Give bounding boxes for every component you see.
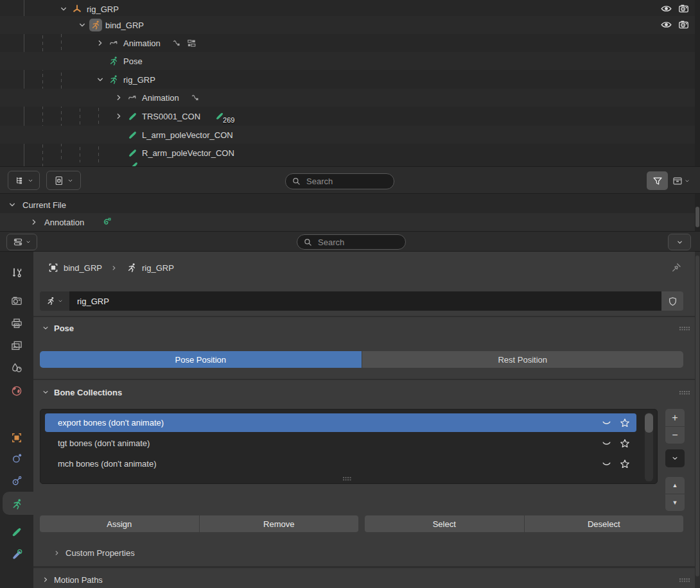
armature-data-icon: [107, 73, 120, 86]
outliner-row-trs0001-con[interactable]: TRS0001_CON 269: [0, 107, 700, 125]
disable-render-camera-icon[interactable]: [678, 19, 690, 31]
pin-icon[interactable]: [670, 262, 682, 273]
remove-collection-button[interactable]: −: [665, 427, 685, 444]
visibility-closed-eye-icon[interactable]: [601, 458, 612, 469]
list-scrollbar[interactable]: [645, 413, 653, 481]
rest-position-button[interactable]: Rest Position: [362, 351, 684, 368]
outliner-row-pose[interactable]: Pose: [0, 52, 700, 70]
outliner-row-annotation[interactable]: Annotation: [0, 213, 695, 231]
expand-chevron-icon[interactable]: [57, 3, 71, 15]
tab-scene[interactable]: [0, 361, 33, 375]
outliner-row-r-arm-polevector[interactable]: R_arm_poleVector_CON: [0, 144, 700, 162]
outliner-search-input[interactable]: Search: [285, 173, 394, 189]
bone-collections-panel-header[interactable]: Bone Collections: [33, 383, 695, 402]
tab-bone-constraints[interactable]: [0, 547, 33, 561]
assign-button[interactable]: Assign: [40, 515, 199, 532]
outliner-row-rig-grp-data[interactable]: rig_GRP: [0, 71, 700, 89]
hide-viewport-eye-icon[interactable]: [660, 3, 672, 15]
pose-icon: [107, 55, 120, 67]
solo-star-icon[interactable]: [619, 438, 631, 449]
move-collection-down-button[interactable]: ▼: [665, 494, 685, 511]
panel-grip-icon[interactable]: [679, 327, 681, 328]
fake-user-shield-button[interactable]: [661, 291, 683, 311]
outliner-item-label: Pose: [123, 56, 143, 66]
solo-star-icon[interactable]: [619, 458, 631, 470]
remove-button[interactable]: Remove: [200, 515, 359, 532]
panel-grip-icon[interactable]: [679, 578, 681, 580]
solo-star-icon[interactable]: [619, 417, 631, 429]
collection-specials-menu-button[interactable]: [665, 449, 685, 467]
outliner-row-animation[interactable]: Animation: [0, 34, 700, 52]
expand-chevron-icon[interactable]: [75, 19, 89, 31]
tab-bone[interactable]: [0, 525, 33, 539]
properties-search-input[interactable]: Search: [297, 234, 406, 250]
filter-funnel-button[interactable]: [647, 171, 668, 190]
panel-grip-icon[interactable]: [679, 391, 681, 392]
scrollbar-thumb[interactable]: [645, 413, 653, 433]
bone-collection-item[interactable]: export bones (don't animate): [45, 413, 636, 432]
pose-panel-header[interactable]: Pose: [33, 318, 695, 338]
breadcrumb-object[interactable]: bind_GRP: [48, 262, 102, 273]
id-name-field[interactable]: rig_GRP: [69, 291, 661, 311]
tab-object-constraints[interactable]: [0, 474, 33, 488]
expand-chevron-icon[interactable]: [112, 110, 126, 122]
bone-collection-item[interactable]: tgt bones (don't animate): [45, 434, 636, 453]
bone-icon: [126, 128, 139, 141]
outliner-scrollbar[interactable]: [695, 194, 700, 231]
select-button[interactable]: Select: [365, 515, 524, 532]
scrollbar-thumb[interactable]: [696, 255, 699, 576]
properties-tab-rail: [0, 252, 33, 588]
motion-paths-title: Motion Paths: [54, 575, 103, 585]
tab-output[interactable]: [0, 316, 33, 331]
tab-tool[interactable]: [0, 266, 33, 280]
id-datablock-row: rig_GRP: [40, 291, 683, 311]
editor-type-dropdown[interactable]: [8, 171, 40, 190]
breadcrumb-armature-data[interactable]: rig_GRP: [126, 262, 174, 273]
bone-collection-item[interactable]: mch bones (don't animate): [45, 454, 636, 473]
outliner-row-l-arm-polevector[interactable]: L_arm_poleVector_CON: [0, 126, 700, 144]
custom-properties-subpanel-header[interactable]: Custom Properties: [53, 544, 135, 562]
tab-physics[interactable]: [0, 451, 33, 465]
hide-viewport-eye-icon[interactable]: [660, 19, 672, 31]
expand-chevron-icon[interactable]: [112, 92, 126, 103]
expand-chevron-icon[interactable]: [5, 199, 19, 211]
outliner-row-rig-grp[interactable]: rig_GRP: [0, 0, 700, 18]
expand-chevron-icon[interactable]: [93, 37, 107, 49]
pose-position-button[interactable]: Pose Position: [40, 351, 362, 368]
bone-collection-actions: Assign Remove Select Deselect: [40, 515, 683, 532]
outliner-row-animation-2[interactable]: Animation: [0, 89, 700, 107]
tab-world[interactable]: [0, 384, 33, 398]
action-icon: [189, 92, 200, 103]
id-type-filter-dropdown[interactable]: [669, 171, 692, 190]
scrollbar-thumb[interactable]: [696, 207, 699, 227]
add-collection-button[interactable]: +: [665, 409, 685, 426]
display-mode-dropdown[interactable]: [46, 171, 81, 190]
properties-header: Search: [0, 231, 700, 252]
move-collection-up-button[interactable]: ▲: [665, 477, 685, 494]
chevron-down-icon: [41, 324, 50, 333]
motion-paths-panel-header[interactable]: Motion Paths: [33, 570, 695, 588]
tab-object-data-armature[interactable]: [0, 497, 33, 511]
disable-render-camera-icon[interactable]: [678, 3, 690, 15]
visibility-closed-eye-icon[interactable]: [601, 417, 612, 428]
empty-object-icon: [71, 3, 83, 15]
bone-icon: [126, 146, 139, 159]
expand-chevron-icon[interactable]: [27, 216, 41, 228]
outliner-row-current-file[interactable]: Current File: [0, 196, 695, 214]
outliner-item-label: Animation: [123, 39, 161, 48]
editor-type-dropdown[interactable]: [6, 234, 37, 250]
outliner-row-bind-grp[interactable]: bind_GRP: [0, 16, 700, 34]
visibility-closed-eye-icon[interactable]: [601, 438, 612, 449]
deselect-button[interactable]: Deselect: [525, 515, 684, 532]
list-resize-grip-icon[interactable]: [343, 477, 344, 478]
properties-options-dropdown[interactable]: [668, 234, 691, 250]
properties-content: bind_GRP rig_GRP rig_GRP: [33, 252, 695, 588]
search-placeholder: Search: [306, 177, 333, 186]
tab-view-layer[interactable]: [0, 339, 33, 353]
tab-object[interactable]: [0, 431, 33, 445]
expand-chevron-icon[interactable]: [93, 74, 107, 85]
outliner-scrollbar[interactable]: [695, 0, 700, 166]
properties-scrollbar[interactable]: [695, 252, 700, 588]
tab-render[interactable]: [0, 294, 33, 308]
id-browse-dropdown[interactable]: [40, 291, 69, 311]
